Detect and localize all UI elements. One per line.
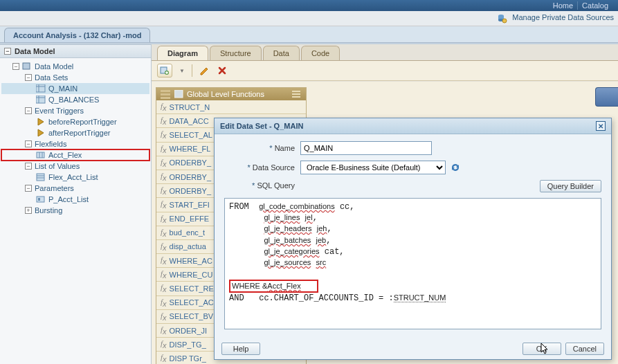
content-tabs: Diagram Structure Data Code bbox=[152, 44, 618, 61]
tree-item-flex-acct-list[interactable]: Flex_Acct_List bbox=[1, 172, 149, 183]
fx-icon: fx bbox=[161, 129, 167, 140]
tree-section-params[interactable]: −Parameters bbox=[1, 183, 149, 194]
tree-section-triggers[interactable]: −Event Triggers bbox=[1, 105, 149, 116]
svg-rect-24 bbox=[292, 91, 300, 92]
tree-item-qmain[interactable]: Q_MAIN bbox=[1, 83, 149, 94]
minus-icon[interactable]: − bbox=[25, 140, 32, 147]
fx-icon: fx bbox=[161, 283, 167, 293]
collapsed-panel[interactable] bbox=[595, 87, 618, 107]
tree-item-p-acct-list[interactable]: P_Acct_List bbox=[1, 194, 149, 205]
svg-rect-25 bbox=[292, 93, 300, 95]
svg-rect-19 bbox=[37, 197, 44, 202]
fx-icon: fx bbox=[161, 144, 167, 154]
ok-button[interactable]: OK bbox=[522, 343, 561, 355]
nav-home[interactable]: Home bbox=[549, 1, 577, 10]
tab-diagram[interactable]: Diagram bbox=[157, 46, 208, 60]
svg-rect-13 bbox=[37, 152, 44, 158]
svg-marker-11 bbox=[38, 118, 44, 125]
minus-icon[interactable]: − bbox=[25, 163, 32, 170]
svg-rect-20 bbox=[38, 198, 40, 201]
trigger-icon bbox=[36, 129, 46, 137]
plus-icon[interactable]: + bbox=[25, 207, 32, 214]
fx-icon: fx bbox=[161, 228, 167, 238]
tree-item-qbalances[interactable]: Q_BALANCES bbox=[1, 94, 149, 105]
tree: −Data Model −Data Sets Q_MAIN Q_BALANCES… bbox=[0, 58, 151, 219]
fx-icon: fx bbox=[161, 172, 167, 182]
minus-icon[interactable]: − bbox=[25, 74, 32, 81]
datasource-select[interactable]: Oracle E-Business Suite (Default) bbox=[300, 161, 446, 174]
minus-icon[interactable]: − bbox=[25, 107, 32, 114]
collapse-icon[interactable]: − bbox=[4, 48, 11, 55]
tree-section-datasets[interactable]: −Data Sets bbox=[1, 72, 149, 83]
edit-button[interactable] bbox=[199, 65, 210, 76]
top-nav: Home Catalog bbox=[0, 0, 618, 11]
fx-icon: fx bbox=[161, 339, 167, 349]
dataset-icon bbox=[36, 84, 46, 93]
refresh-button[interactable] bbox=[450, 162, 461, 173]
minus-icon[interactable]: − bbox=[12, 63, 19, 70]
minus-icon[interactable]: − bbox=[25, 185, 32, 192]
svg-rect-4 bbox=[23, 63, 30, 69]
sql-label: * SQL Query bbox=[224, 180, 300, 190]
fx-icon: fx bbox=[161, 185, 167, 196]
tree-item-acct-flex[interactable]: Acct_Flex bbox=[1, 149, 149, 161]
datasource-icon bbox=[498, 14, 507, 24]
fx-icon: fx bbox=[161, 158, 167, 168]
function-item[interactable]: fxSTRUCT_N bbox=[156, 100, 306, 114]
query-builder-button[interactable]: Query Builder bbox=[540, 180, 601, 192]
tab-structure[interactable]: Structure bbox=[210, 46, 262, 60]
flex-icon bbox=[36, 151, 46, 159]
model-icon bbox=[22, 62, 32, 71]
fx-icon: fx bbox=[161, 353, 167, 363]
document-tab-active[interactable]: Account Analysis - (132 Char) -mod bbox=[4, 28, 150, 42]
sidebar: − Data Model −Data Model −Data Sets Q_MA… bbox=[0, 44, 152, 364]
manage-data-sources-link[interactable]: Manage Private Data Sources bbox=[498, 13, 614, 23]
fx-icon: fx bbox=[161, 311, 167, 322]
sub-header: Manage Private Data Sources bbox=[0, 11, 618, 26]
grip-icon bbox=[161, 93, 170, 95]
panel-title-bar[interactable]: Global Level Functions bbox=[156, 88, 306, 100]
lov-icon bbox=[36, 173, 46, 181]
tree-item-before-trigger[interactable]: beforeReportTrigger bbox=[1, 116, 149, 127]
tree-section-lov[interactable]: −List of Values bbox=[1, 161, 149, 172]
tree-root[interactable]: −Data Model bbox=[1, 61, 149, 72]
fx-icon: fx bbox=[161, 199, 167, 210]
fx-icon: fx bbox=[161, 102, 167, 112]
svg-rect-26 bbox=[292, 96, 300, 98]
fx-icon: fx bbox=[161, 255, 167, 266]
tab-data[interactable]: Data bbox=[263, 46, 300, 60]
panel-header-data-model[interactable]: − Data Model bbox=[0, 44, 151, 58]
separator bbox=[192, 64, 192, 77]
fx-icon: fx bbox=[161, 325, 167, 336]
name-label: * Name bbox=[224, 144, 300, 152]
svg-marker-12 bbox=[38, 129, 44, 136]
close-button[interactable]: ✕ bbox=[596, 121, 606, 131]
fx-icon: fx bbox=[161, 269, 167, 280]
svg-rect-5 bbox=[36, 84, 45, 92]
param-icon bbox=[36, 195, 46, 203]
svg-point-3 bbox=[502, 19, 507, 23]
svg-rect-8 bbox=[36, 95, 45, 103]
edit-dataset-dialog: Edit Data Set - Q_MAIN ✕ * Name * Data S… bbox=[214, 118, 612, 360]
dialog-titlebar[interactable]: Edit Data Set - Q_MAIN ✕ bbox=[215, 118, 611, 134]
sql-textarea[interactable]: FROM gl_code_combinations cc, gl_je_line… bbox=[224, 198, 601, 329]
svg-rect-23 bbox=[174, 90, 183, 98]
fx-icon: fx bbox=[161, 116, 167, 126]
tree-item-after-trigger[interactable]: afterReportTrigger bbox=[1, 127, 149, 138]
svg-rect-16 bbox=[37, 174, 44, 181]
name-input[interactable] bbox=[300, 141, 432, 155]
tab-code[interactable]: Code bbox=[301, 46, 340, 60]
help-button[interactable]: Help bbox=[221, 343, 260, 355]
fx-icon: fx bbox=[161, 298, 167, 308]
datasource-label: * Data Source bbox=[224, 163, 300, 172]
diagram-toolbar: ▼ bbox=[152, 61, 618, 81]
tree-section-flexfields[interactable]: −Flexfields bbox=[1, 138, 149, 149]
delete-button[interactable] bbox=[217, 66, 227, 75]
menu-icon[interactable] bbox=[292, 90, 302, 98]
tree-section-bursting[interactable]: +Bursting bbox=[1, 205, 149, 216]
nav-catalog[interactable]: Catalog bbox=[577, 1, 612, 10]
fx-icon: fx bbox=[161, 242, 167, 252]
dataset-icon bbox=[36, 95, 46, 104]
new-dataset-button[interactable] bbox=[157, 64, 172, 78]
cancel-button[interactable]: Cancel bbox=[565, 343, 604, 355]
